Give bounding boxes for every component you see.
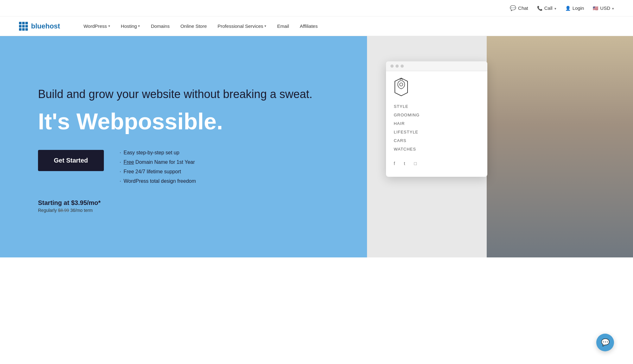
- feature-support-text: Free 24/7 lifetime support: [123, 169, 181, 175]
- instagram-icon: □: [414, 161, 420, 167]
- top-bar: Chat Call Login USD: [0, 0, 633, 16]
- browser-site-logo-icon: [394, 77, 409, 96]
- chat-icon: [510, 5, 516, 11]
- nav-item-email[interactable]: Email: [273, 21, 294, 31]
- browser-dot-green: [401, 65, 404, 68]
- hero-cta-area: Get Started · Easy step-by-step set up ·…: [38, 150, 342, 184]
- person-silhouette: [487, 36, 633, 257]
- hero-right: STYLE GROOMING HAIR LIFESTYLE CARS WATCH…: [367, 36, 633, 257]
- nav-wordpress-label: WordPress: [84, 23, 107, 29]
- browser-social-icons: f t □: [394, 161, 480, 167]
- free-domain-link[interactable]: Free: [123, 159, 134, 165]
- nav-item-professional-services[interactable]: Professional Services: [213, 21, 271, 31]
- bullet-icon: ·: [120, 169, 121, 175]
- hero-section: Build and grow your website without brea…: [0, 36, 633, 257]
- feature-wordpress-text: WordPress total design freedom: [123, 178, 196, 184]
- browser-nav-cars: CARS: [394, 138, 480, 143]
- chat-label: Chat: [518, 5, 528, 11]
- phone-icon: [537, 5, 542, 11]
- pricing-main: Starting at $3.95/mo*: [38, 199, 342, 207]
- logo-grid-icon: [19, 22, 28, 31]
- hero-subtitle: Build and grow your website without brea…: [38, 87, 342, 102]
- call-link[interactable]: Call: [537, 5, 556, 11]
- nav-email-label: Email: [277, 23, 289, 29]
- nav-item-domains[interactable]: Domains: [146, 21, 174, 31]
- user-icon: [565, 5, 571, 11]
- nav-item-affiliates[interactable]: Affiliates: [295, 21, 322, 31]
- browser-nav-grooming: GROOMING: [394, 113, 480, 117]
- svg-point-0: [400, 83, 403, 86]
- nav-professional-services-label: Professional Services: [218, 23, 263, 29]
- flag-icon: [593, 5, 598, 11]
- browser-toolbar: [386, 61, 487, 71]
- pricing-regular: $8.99: [58, 208, 69, 213]
- feature-item-setup: · Easy step-by-step set up: [120, 150, 196, 156]
- hero-left: Build and grow your website without brea…: [0, 36, 367, 257]
- feature-item-support: · Free 24/7 lifetime support: [120, 169, 196, 175]
- browser-nav-hair: HAIR: [394, 121, 480, 126]
- professional-services-chevron-icon: [264, 24, 266, 28]
- browser-dot-yellow: [396, 65, 399, 68]
- nav-item-online-store[interactable]: Online Store: [176, 21, 211, 31]
- main-nav: bluehost WordPress Hosting Domains Onlin…: [0, 16, 633, 36]
- facebook-icon: f: [394, 161, 400, 167]
- browser-nav-list: STYLE GROOMING HAIR LIFESTYLE CARS WATCH…: [394, 104, 480, 151]
- browser-content: STYLE GROOMING HAIR LIFESTYLE CARS WATCH…: [386, 71, 487, 177]
- nav-items: WordPress Hosting Domains Online Store P…: [79, 21, 322, 31]
- nav-hosting-label: Hosting: [121, 23, 137, 29]
- nav-item-wordpress[interactable]: WordPress: [79, 21, 115, 31]
- feature-list: · Easy step-by-step set up · Free Domain…: [120, 150, 196, 184]
- mock-browser-window: STYLE GROOMING HAIR LIFESTYLE CARS WATCH…: [386, 61, 487, 177]
- hero-pricing: Starting at $3.95/mo* Regularly $8.99 36…: [38, 199, 342, 213]
- browser-nav-style: STYLE: [394, 104, 480, 109]
- nav-item-hosting[interactable]: Hosting: [117, 21, 145, 31]
- get-started-button[interactable]: Get Started: [38, 150, 104, 171]
- feature-domain-text: Free Domain Name for 1st Year: [123, 159, 195, 165]
- browser-nav-lifestyle: LIFESTYLE: [394, 130, 480, 134]
- nav-affiliates-label: Affiliates: [300, 23, 318, 29]
- currency-label: USD: [600, 5, 610, 11]
- logo-link[interactable]: bluehost: [19, 22, 60, 31]
- hero-title: It's Webpossible.: [38, 109, 342, 134]
- login-label: Login: [573, 5, 584, 11]
- hosting-chevron-icon: [138, 24, 140, 28]
- login-link[interactable]: Login: [565, 5, 584, 11]
- logo-text: bluehost: [31, 22, 60, 30]
- call-label: Call: [544, 5, 553, 11]
- browser-nav-watches: WATCHES: [394, 147, 480, 151]
- pricing-sub: Regularly $8.99 36/mo term: [38, 208, 342, 213]
- browser-dot-red: [390, 65, 394, 68]
- currency-selector[interactable]: USD: [593, 5, 614, 11]
- currency-chevron-icon: [612, 5, 614, 11]
- hero-person-image: [487, 36, 633, 257]
- feature-item-wordpress: · WordPress total design freedom: [120, 178, 196, 184]
- bullet-icon: ·: [120, 178, 121, 184]
- top-bar-actions: Chat Call Login USD: [510, 5, 614, 11]
- bullet-icon: ·: [120, 159, 121, 165]
- feature-setup-text: Easy step-by-step set up: [123, 150, 179, 156]
- bullet-icon: ·: [120, 150, 121, 156]
- nav-online-store-label: Online Store: [180, 23, 207, 29]
- feature-item-domain: · Free Domain Name for 1st Year: [120, 159, 196, 165]
- pricing-term: 36/mo term: [70, 208, 93, 213]
- nav-domains-label: Domains: [151, 23, 169, 29]
- wordpress-chevron-icon: [108, 24, 110, 28]
- pricing-sub-prefix: Regularly: [38, 208, 57, 213]
- chat-link[interactable]: Chat: [510, 5, 528, 11]
- call-chevron-icon: [554, 5, 556, 11]
- twitter-icon: t: [404, 161, 410, 167]
